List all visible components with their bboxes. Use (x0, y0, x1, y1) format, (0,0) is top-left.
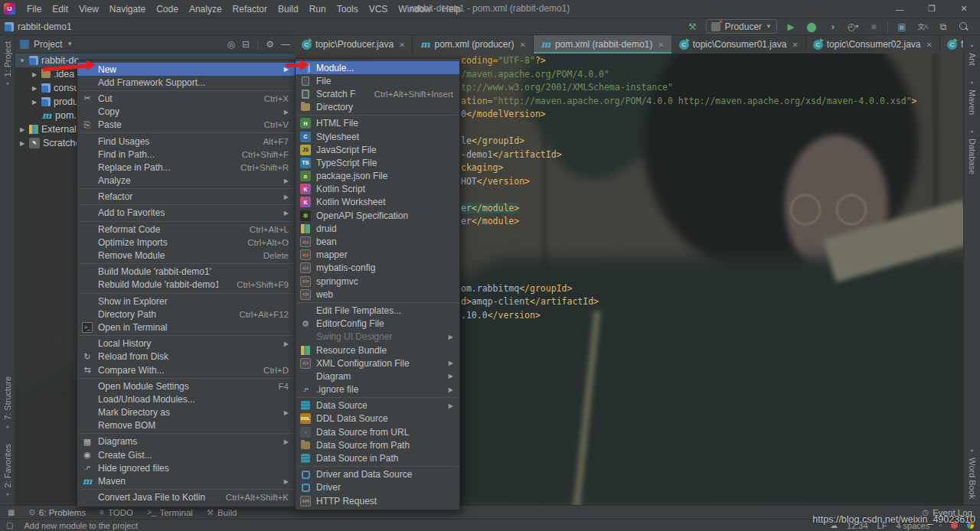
menu-item-file[interactable]: File (296, 74, 459, 87)
menu-item-copy[interactable]: Copy▶ (77, 106, 295, 119)
menu-item-compare-with[interactable]: ⇆Compare With...Ctrl+D (77, 363, 295, 376)
menu-item-remove-module[interactable]: Remove ModuleDelete (77, 249, 295, 262)
toolwindow-button-todo[interactable]: ≡TODO (100, 508, 133, 517)
menu-build[interactable]: Build (273, 2, 304, 17)
tab-close-icon[interactable]: ✕ (926, 41, 933, 49)
menu-item-remove-bom[interactable]: Remove BOM (77, 419, 295, 432)
collapse-all-icon[interactable]: ⊟ (242, 39, 250, 50)
menu-item-data-source[interactable]: Data Source▶ (296, 399, 459, 412)
tab-topic-consumer02-java[interactable]: Ctopic\Consumer02.java✕ (806, 35, 940, 54)
tree-chevron-icon[interactable]: ▶ (31, 99, 38, 106)
toolwindow-switcher-icon[interactable]: ▦ (8, 508, 15, 516)
coverage-icon[interactable]: ◑ (825, 20, 839, 34)
menu-tools[interactable]: Tools (332, 2, 364, 17)
menu-item-optimize-imports[interactable]: Optimize ImportsCtrl+Alt+O (77, 236, 295, 249)
menu-item-rebuild-module-rabbit-demo1[interactable]: Rebuild Module 'rabbit-demo1'Ctrl+Shift+… (77, 279, 295, 292)
menu-item-convert-java-file-to-kotlin-file[interactable]: Convert Java File to Kotlin FileCtrl+Alt… (77, 491, 295, 504)
menu-item-kotlin-worksheet[interactable]: KKotlin Worksheet (296, 196, 459, 209)
tool-stripe-7-structure[interactable]: ▪7: Structure (3, 370, 12, 438)
menu-item-load-unload-modules[interactable]: Load/Unload Modules... (77, 393, 295, 406)
menu-item-add-to-favorites[interactable]: Add to Favorites▶ (77, 207, 295, 220)
build-hammer-icon[interactable]: ⚒ (685, 20, 699, 34)
editor[interactable]: coding="UTF-8"?>/maven.apache.org/POM/4.… (459, 35, 963, 505)
tool-stripe-ant[interactable]: ▪Ant (968, 35, 977, 72)
menu-item-ignore-file[interactable]: .i*.ignore file▶ (296, 383, 459, 396)
menu-item-mybatis-config[interactable]: <>mybatis-config (296, 262, 459, 275)
menu-code[interactable]: Code (151, 2, 184, 17)
menu-item-data-source-from-path[interactable]: Data Source from Path (296, 438, 459, 451)
toolwindow-button-terminal[interactable]: >_Terminal (147, 508, 193, 517)
menu-item-reformat-code[interactable]: Reformat CodeCtrl+Alt+L (77, 223, 295, 236)
menu-item-driver[interactable]: Driver (296, 481, 459, 494)
menu-item-bean[interactable]: <>bean (296, 235, 459, 248)
sync-cloud-icon[interactable]: ☁ (830, 521, 838, 529)
menu-navigate[interactable]: Navigate (104, 2, 151, 17)
menu-item-add-framework-support[interactable]: Add Framework Support... (77, 76, 295, 89)
menu-item-package-json-file[interactable]: npackage.json File (296, 170, 459, 183)
menu-item-diagram[interactable]: Diagram▶ (296, 370, 459, 383)
menu-item-local-history[interactable]: Local History▶ (77, 337, 295, 350)
tree-chevron-icon[interactable]: ▶ (18, 126, 26, 133)
tab-topic-producer-java[interactable]: Ctopic\Producer.java✕ (295, 35, 413, 54)
project-structure-icon[interactable]: ▣ (895, 20, 909, 34)
menu-item-show-in-explorer[interactable]: Show in Explorer (77, 295, 295, 308)
menu-item-directory-path[interactable]: Directory PathCtrl+Alt+F12 (77, 308, 295, 321)
menu-item-reload-from-disk[interactable]: ↻Reload from Disk (77, 350, 295, 363)
menu-item-analyze[interactable]: Analyze▶ (77, 174, 295, 187)
menu-item-module[interactable]: Module... (296, 61, 459, 74)
menu-item-driver-and-data-source[interactable]: Driver and Data Source (296, 468, 459, 481)
menu-item-xml-configuration-file[interactable]: <>XML Configuration File▶ (296, 357, 459, 370)
menu-run[interactable]: Run (304, 2, 332, 17)
menu-item-diagrams[interactable]: ▦Diagrams▶ (77, 435, 295, 448)
breadcrumb[interactable]: rabbit-demo1 (5, 21, 72, 32)
run-config-combo[interactable]: Producer ▼ (706, 19, 777, 34)
tab-topic-consumer01-java[interactable]: Ctopic\Consumer01.java✕ (672, 35, 806, 54)
menu-item-springmvc[interactable]: <>springmvc (296, 275, 459, 288)
console-icon[interactable]: ⧉ (936, 20, 950, 34)
menu-item-http-request[interactable]: APIHTTP Request (296, 494, 459, 507)
tool-stripe-1-project[interactable]: ▪1: Project (3, 35, 12, 94)
tool-stripe-word-book[interactable]: ▪Word Book (968, 440, 977, 505)
tab-pom-xml-rabbit-demo1[interactable]: mpom.xml (rabbit-demo1)✕ (534, 35, 672, 54)
menu-item-maven[interactable]: mMaven▶ (77, 474, 295, 487)
translate-icon[interactable]: 文A (916, 20, 929, 34)
menu-vcs[interactable]: VCS (364, 2, 394, 17)
menu-item-stylesheet[interactable]: CStylesheet (296, 130, 459, 143)
menu-item-replace-in-path[interactable]: Replace in Path...Ctrl+Shift+R (77, 161, 295, 174)
menu-item-kotlin-script[interactable]: KKotlin Script (296, 183, 459, 196)
settings-gear-icon[interactable]: ⚙ (266, 39, 274, 50)
menu-refactor[interactable]: Refactor (227, 2, 273, 17)
tool-stripe-2-favorites[interactable]: ▪2: Favorites (3, 438, 12, 505)
menu-edit[interactable]: Edit (47, 2, 74, 17)
menu-item-open-in-terminal[interactable]: >_Open in Terminal (77, 321, 295, 334)
menu-item-scratch-file[interactable]: Scratch FileCtrl+Alt+Shift+Insert (296, 87, 459, 100)
menu-item-data-source-from-url[interactable]: ◖Data Source from URL (296, 425, 459, 438)
menu-item-create-gist[interactable]: ◉Create Gist... (77, 448, 295, 461)
indent-indicator[interactable]: 4 spaces (896, 521, 929, 530)
menu-item-paste[interactable]: ⎘PasteCtrl+V (77, 119, 295, 132)
chevron-down-icon[interactable]: ▼ (67, 41, 73, 47)
menu-item-data-source-in-path[interactable]: Data Source in Path (296, 451, 459, 464)
menu-item-ddl-data-source[interactable]: DDLDDL Data Source (296, 412, 459, 425)
tree-chevron-icon[interactable]: ▶ (31, 71, 38, 78)
menu-item-find-in-path[interactable]: Find in Path...Ctrl+Shift+F (77, 148, 295, 161)
menu-item-find-usages[interactable]: Find UsagesAlt+F7 (77, 135, 295, 148)
layout-icon[interactable]: ▫ (939, 521, 942, 529)
menu-item-edit-file-templates[interactable]: Edit File Templates... (296, 304, 459, 317)
tab-close-icon[interactable]: ✕ (792, 41, 798, 49)
plugin-status-icon[interactable] (951, 522, 958, 529)
tool-stripe-database[interactable]: ▪Database (968, 121, 977, 181)
tree-chevron-icon[interactable]: ▶ (18, 140, 26, 147)
menu-file[interactable]: File (21, 2, 47, 17)
menu-item-openapi-specification[interactable]: ✱OpenAPI Specification (296, 209, 459, 222)
menu-item-javascript-file[interactable]: JSJavaScript File (296, 143, 459, 156)
tab-close-icon[interactable]: ✕ (519, 41, 525, 49)
maximize-button[interactable] (916, 0, 948, 18)
toolwindow-button-build[interactable]: ⚒Build (207, 508, 237, 517)
menu-item-typescript-file[interactable]: TSTypeScript File (296, 156, 459, 169)
locate-file-icon[interactable]: ◎ (227, 39, 235, 50)
browser-icon[interactable] (967, 522, 974, 529)
tool-stripe-maven[interactable]: ▪Maven (968, 72, 977, 121)
menu-item-resource-bundle[interactable]: Resource Bundle (296, 344, 459, 357)
menu-view[interactable]: View (74, 2, 104, 17)
